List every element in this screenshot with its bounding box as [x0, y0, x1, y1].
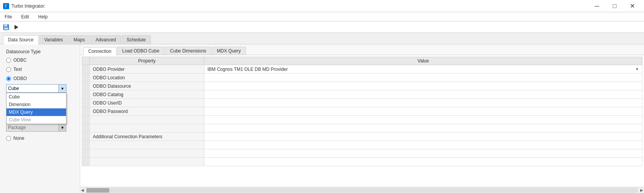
- table-cell-value: [204, 107, 642, 116]
- radio-none-input[interactable]: [6, 136, 11, 141]
- window-title: Turbo Integrator:: [11, 3, 45, 9]
- menu-bar: File Edit Help: [0, 12, 644, 21]
- table-cell-value: [204, 141, 642, 149]
- table-cell-rownum: [82, 90, 90, 99]
- package-dropdown[interactable]: Package: [6, 123, 59, 132]
- title-bar-left: T Turbo Integrator:: [3, 3, 45, 9]
- inner-tab-connection[interactable]: Connection: [83, 47, 117, 55]
- odbo-type-dropdown-container: Cube ▼ Cube Dimension MDX Query Cube Vie…: [6, 84, 74, 93]
- table-cell-property: ODBO Password: [90, 107, 204, 116]
- datasource-type-label: Datasource Type: [6, 49, 74, 54]
- radio-text[interactable]: Text: [6, 67, 74, 72]
- table-row: [82, 158, 642, 166]
- tab-data-source[interactable]: Data Source: [3, 35, 39, 44]
- radio-text-input[interactable]: [6, 67, 11, 72]
- table-row: [82, 141, 642, 149]
- table-cell-value: [204, 124, 642, 132]
- radio-odbo[interactable]: ODBO: [6, 76, 74, 81]
- svg-rect-3: [4, 25, 7, 26]
- table-cell-value: [204, 90, 642, 99]
- table-row: Additional Connection Parameters: [82, 132, 642, 141]
- table-cell-property: ODBO Location: [90, 74, 204, 82]
- table-cell-rownum: [82, 132, 90, 141]
- table-row: ODBO ProviderIBM Cognos TM1 OLE DB MD Pr…: [82, 65, 642, 74]
- dropdown-option-cubeview[interactable]: Cube View: [6, 116, 66, 124]
- tab-schedule[interactable]: Schedule: [122, 35, 151, 44]
- table-cell-property: ODBO UserID: [90, 99, 204, 107]
- table-cell-rownum: [82, 141, 90, 149]
- table-cell-value: [204, 132, 642, 141]
- inner-tab-bar: Connection Load ODBO Cube Cube Dimension…: [80, 44, 644, 55]
- table-row: ODBO Location: [82, 74, 642, 82]
- main-content: Datasource Type ODBC Text ODBO Cube: [0, 44, 644, 193]
- table-row: [82, 124, 642, 132]
- toolbar: [0, 21, 644, 33]
- odbo-type-dropdown[interactable]: Cube: [6, 84, 59, 93]
- left-panel: Datasource Type ODBC Text ODBO Cube: [0, 44, 80, 193]
- menu-help[interactable]: Help: [37, 13, 49, 20]
- table-header-rownum: [82, 57, 90, 65]
- table-cell-property: [90, 158, 204, 166]
- scroll-left-btn[interactable]: ◀: [80, 188, 85, 192]
- title-bar: T Turbo Integrator: ─ □ ✕: [0, 0, 644, 12]
- table-cell-rownum: [82, 149, 90, 158]
- dropdown-arrow-icon[interactable]: ▼: [635, 67, 639, 71]
- table-header-property: Property: [90, 57, 204, 65]
- table-cell-value: [204, 116, 642, 124]
- table-row: ODBO Password: [82, 107, 642, 116]
- table-cell-value: [204, 149, 642, 158]
- svg-text:T: T: [5, 4, 7, 8]
- table-cell-rownum: [82, 116, 90, 124]
- radio-odbc-input[interactable]: [6, 58, 11, 63]
- package-dropdown-arrow-icon: ▼: [59, 123, 66, 132]
- dropdown-option-mdxquery[interactable]: MDX Query: [6, 108, 66, 116]
- table-cell-property: [90, 141, 204, 149]
- inner-tab-load-odbo-cube[interactable]: Load ODBO Cube: [117, 47, 164, 55]
- radio-odbc[interactable]: ODBC: [6, 57, 74, 63]
- tab-variables[interactable]: Variables: [39, 35, 68, 44]
- inner-tab-cube-dimensions[interactable]: Cube Dimensions: [165, 47, 211, 55]
- table-row: [82, 149, 642, 158]
- maximize-button[interactable]: □: [606, 0, 623, 12]
- menu-file[interactable]: File: [3, 13, 13, 20]
- table-cell-rownum: [82, 158, 90, 166]
- run-button[interactable]: [11, 23, 21, 32]
- odbo-type-dropdown-popup: Cube Dimension MDX Query Cube View: [6, 93, 66, 124]
- dropdown-arrow-icon: ▼: [59, 84, 66, 93]
- table-cell-value: [204, 82, 642, 90]
- menu-edit[interactable]: Edit: [19, 13, 31, 20]
- main-tab-bar: Data Source Variables Maps Advanced Sche…: [0, 33, 644, 44]
- table-header-value: Value: [204, 57, 642, 65]
- table-cell-rownum: [82, 107, 90, 116]
- tab-advanced[interactable]: Advanced: [91, 35, 121, 44]
- table-cell-property: ODBO Datasource: [90, 82, 204, 90]
- window-controls: ─ □ ✕: [588, 0, 641, 12]
- scroll-track: [86, 188, 638, 193]
- table-cell-value[interactable]: IBM Cognos TM1 OLE DB MD Provider▼: [204, 65, 642, 74]
- radio-none[interactable]: None: [6, 136, 74, 141]
- table-cell-rownum: [82, 124, 90, 132]
- connection-table: Property Value ODBO ProviderIBM Cognos T…: [82, 57, 642, 166]
- table-cell-property: ODBO Catalog: [90, 90, 204, 99]
- save-button[interactable]: [2, 23, 11, 32]
- inner-tab-mdx-query[interactable]: MDX Query: [212, 47, 246, 55]
- close-button[interactable]: ✕: [623, 0, 641, 12]
- scroll-thumb[interactable]: [86, 188, 109, 193]
- datasource-radio-group: ODBC Text ODBO: [6, 57, 74, 81]
- tab-maps[interactable]: Maps: [69, 35, 90, 44]
- radio-text-label: Text: [13, 67, 22, 72]
- table-cell-rownum: [82, 82, 90, 90]
- scroll-right-btn[interactable]: ▶: [639, 188, 644, 192]
- dropdown-option-cube[interactable]: Cube: [6, 93, 66, 101]
- table-cell-property: [90, 116, 204, 124]
- minimize-button[interactable]: ─: [588, 0, 606, 12]
- horizontal-scrollbar[interactable]: ◀ ▶: [80, 187, 644, 193]
- table-cell-value: [204, 158, 642, 166]
- svg-rect-4: [4, 28, 8, 29]
- radio-odbo-input[interactable]: [6, 76, 11, 81]
- table-row: ODBO Datasource: [82, 82, 642, 90]
- dropdown-option-dimension[interactable]: Dimension: [6, 101, 66, 108]
- table-row: ODBO UserID: [82, 99, 642, 107]
- table-cell-property: ODBO Provider: [90, 65, 204, 74]
- connection-table-container: Property Value ODBO ProviderIBM Cognos T…: [80, 55, 644, 187]
